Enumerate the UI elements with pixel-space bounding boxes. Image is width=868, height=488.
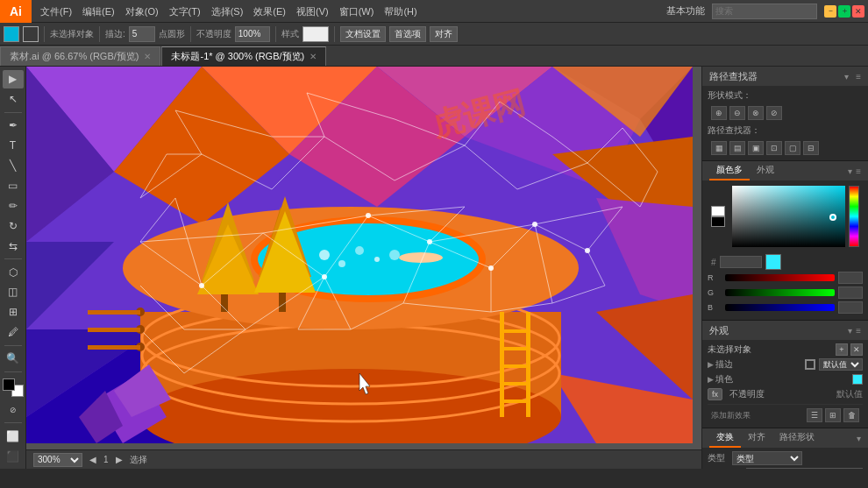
tab-file1[interactable]: 素材.ai @ 66.67% (RGB/预览) ✕ [0, 46, 160, 66]
divide-btn[interactable]: ▦ [711, 141, 727, 155]
menu-type[interactable]: 文字(T) [164, 0, 206, 23]
unite-btn[interactable]: ⊕ [711, 106, 727, 120]
appearance-menu[interactable]: ≡ [856, 326, 861, 336]
rotate-tool[interactable]: ↻ [3, 216, 24, 235]
close-button[interactable]: ✕ [852, 5, 864, 18]
brush-tool[interactable]: ✏ [3, 196, 24, 215]
zoom-select[interactable]: 300% 200% 100% 66.67% [33, 453, 82, 467]
rect-tool[interactable]: ▭ [3, 176, 24, 194]
pen-tool[interactable]: ✒ [3, 117, 24, 135]
fx-button[interactable]: fx [708, 388, 722, 400]
color-picker-container[interactable] [732, 186, 845, 247]
align-btn[interactable]: 对齐 [430, 26, 458, 42]
fill-chevron[interactable]: ▶ [708, 375, 714, 384]
color-tab[interactable]: 颜色多 [709, 161, 750, 180]
b-input[interactable]: 255 [838, 301, 863, 314]
tab-transform[interactable]: 变换 [709, 428, 741, 448]
eyedropper-tool[interactable]: 🖉 [3, 323, 24, 342]
pathfinder-header[interactable]: 路径查找器 ▾ ≡ [702, 67, 868, 86]
doc-settings-btn[interactable]: 文档设置 [340, 26, 386, 42]
hex-row: # 31ecff [708, 252, 863, 272]
nav-prev[interactable]: ◀ [89, 455, 96, 464]
black-swatch[interactable] [711, 216, 725, 227]
menu-file[interactable]: 文件(F) [35, 0, 77, 23]
menu-effect[interactable]: 效果(E) [248, 0, 291, 23]
type-select[interactable]: 类型 [732, 451, 802, 465]
color-spectrum[interactable] [849, 186, 859, 247]
gradient-tool[interactable]: ◫ [3, 283, 24, 301]
tab-path-panel[interactable]: 路径形状 [772, 428, 822, 448]
g-input[interactable]: 236 [838, 286, 863, 299]
hex-input[interactable]: 31ecff [720, 256, 762, 268]
tab-align-panel[interactable]: 对齐 [741, 428, 772, 448]
color-menu[interactable]: ≡ [856, 166, 861, 176]
opacity-input[interactable] [235, 26, 270, 42]
tab-file2[interactable]: 未标题-1* @ 300% (RGB/预览) ✕ [161, 46, 326, 66]
minus-front-btn[interactable]: ⊖ [729, 106, 745, 120]
crop-btn[interactable]: ⊡ [766, 141, 782, 155]
appearance-toggle[interactable]: ▾ [848, 326, 852, 336]
menu-window[interactable]: 窗口(W) [334, 0, 380, 23]
transform-header[interactable]: 变换 对齐 路径形状 ▾ [702, 428, 868, 448]
outline-btn[interactable]: ▢ [785, 141, 800, 155]
direct-select-tool[interactable]: ↖ [3, 90, 24, 109]
fill-color-box[interactable] [4, 26, 19, 42]
trim-btn[interactable]: ▤ [729, 141, 745, 155]
stroke-opacity-select[interactable]: 默认值 [819, 358, 863, 371]
r-input[interactable]: 49 [838, 272, 863, 284]
nav-next[interactable]: ▶ [116, 455, 123, 464]
merge-btn[interactable]: ▣ [748, 141, 764, 155]
mesh-tool[interactable]: ⊞ [3, 303, 24, 322]
color-toggle[interactable]: ▾ [848, 166, 852, 176]
color-header[interactable]: 颜色多 外观 ▾ ≡ [702, 161, 868, 180]
exclude-btn[interactable]: ⊘ [766, 106, 782, 120]
minus-back-btn[interactable]: ⊟ [803, 141, 819, 155]
color-field[interactable] [732, 186, 845, 247]
opacity-label: 不透明度 [196, 28, 231, 40]
blue-slider[interactable] [725, 304, 835, 311]
stroke-chevron[interactable]: ▶ [708, 360, 714, 369]
green-slider[interactable] [725, 289, 835, 296]
pathfinder-toggle[interactable]: ▾ [844, 72, 849, 81]
fill-swatch[interactable] [852, 374, 863, 385]
appear-icon-1[interactable]: ☰ [807, 408, 822, 422]
stroke-box[interactable] [3, 378, 15, 391]
zoom-tool[interactable]: 🔍 [3, 350, 24, 368]
menu-edit[interactable]: 编辑(E) [77, 0, 120, 23]
menu-view[interactable]: 视图(V) [291, 0, 334, 23]
blend-tool[interactable]: ⬡ [3, 263, 24, 281]
menu-select[interactable]: 选择(S) [206, 0, 249, 23]
search-input[interactable] [712, 4, 817, 19]
pathfinder-expand[interactable]: ≡ [856, 72, 861, 81]
select-tool[interactable]: ▶ [3, 70, 24, 88]
style-box[interactable] [302, 26, 329, 42]
minimize-button[interactable]: － [824, 5, 836, 18]
stroke-swatch[interactable] [805, 359, 815, 370]
intersect-btn[interactable]: ⊗ [748, 106, 764, 120]
red-slider[interactable] [725, 274, 835, 281]
screen-mode[interactable]: ⬜ [3, 427, 24, 445]
tab-close-2[interactable]: ✕ [309, 52, 317, 61]
transform-toggle[interactable]: ▾ [857, 434, 861, 443]
options-btn[interactable]: 首选项 [389, 26, 426, 42]
white-swatch[interactable] [711, 206, 725, 216]
menu-help[interactable]: 帮助(H) [379, 0, 422, 23]
stroke-size-input[interactable] [129, 26, 155, 42]
canvas-area[interactable]: 虎课网 300% 200% 100% 66.67% ◀ 1 ▶ 选择 [26, 67, 701, 469]
type-tool[interactable]: T [3, 137, 24, 155]
stroke-color-box[interactable] [23, 26, 39, 42]
opacity-bottom-input[interactable] [746, 468, 863, 469]
none-box[interactable]: ⊘ [3, 400, 24, 419]
mirror-tool[interactable]: ⇆ [3, 237, 24, 255]
line-tool[interactable]: ╲ [3, 157, 24, 175]
menu-object[interactable]: 对象(O) [120, 0, 164, 23]
appear-del-btn[interactable]: ✕ [850, 343, 863, 356]
appearance-header[interactable]: 外观 ▾ ≡ [702, 321, 868, 340]
artboard-tool[interactable]: ⬛ [3, 447, 24, 465]
maximize-button[interactable]: ＋ [838, 5, 850, 18]
appear-icon-3[interactable]: 🗑 [843, 408, 859, 422]
appearance-tab-header[interactable]: 外观 [750, 161, 781, 180]
appear-icon-2[interactable]: ⊞ [825, 408, 841, 422]
appear-add-btn[interactable]: + [836, 343, 848, 356]
tab-close-1[interactable]: ✕ [144, 52, 151, 61]
